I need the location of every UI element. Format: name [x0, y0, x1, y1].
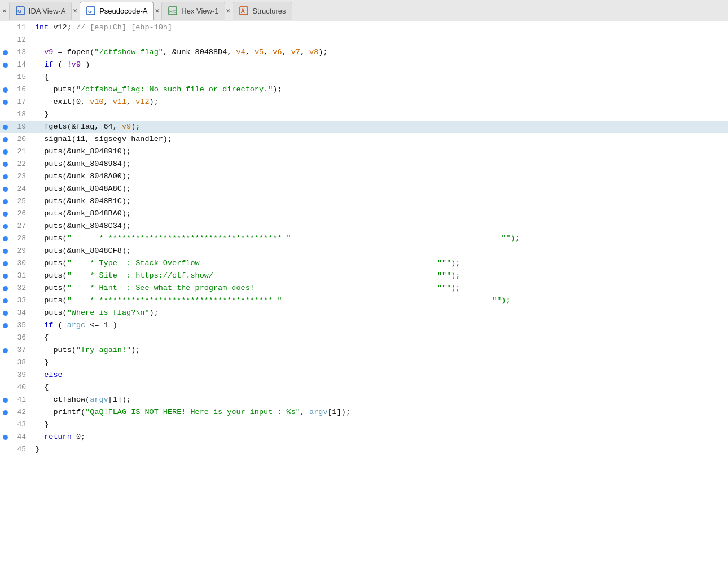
line-dot-14	[0, 63, 10, 68]
svg-text:HX: HX	[169, 9, 176, 14]
line-num-34: 34	[10, 307, 30, 319]
line-code-26: puts(&unk_8048BA0);	[30, 208, 728, 220]
code-line-24: 24 puts(&unk_8048A8C);	[0, 183, 728, 195]
ida-view-icon: G	[15, 6, 25, 16]
close-pseudocode-icon[interactable]: ✕	[73, 6, 77, 15]
line-code-13: v9 = fopen("/ctfshow_flag", &unk_80488D4…	[30, 46, 728, 59]
line-dot-17	[0, 100, 10, 105]
line-code-39: else	[30, 369, 728, 381]
line-num-15: 15	[10, 71, 30, 83]
tab-bar: ✕ G IDA View-A ✕ G Pseudocode-A ✕ HX H	[0, 0, 728, 21]
line-num-18: 18	[10, 108, 30, 121]
code-line-34: 34 puts("Where is flag?\n");	[0, 307, 728, 319]
line-dot-23	[0, 174, 10, 179]
code-line-44: 44 return 0;	[0, 431, 728, 443]
code-line-22: 22 puts(&unk_8048984);	[0, 158, 728, 170]
code-line-37: 37 puts("Try again!");	[0, 344, 728, 356]
code-line-15: 15 {	[0, 71, 728, 83]
line-code-35: if ( argc <= 1 )	[30, 319, 728, 332]
line-code-42: printf("QaQ!FLAG IS NOT HERE! Here is yo…	[30, 406, 728, 419]
line-code-36: {	[30, 332, 728, 344]
line-code-22: puts(&unk_8048984);	[30, 158, 728, 170]
line-code-38: }	[30, 356, 728, 369]
close-hexview-icon[interactable]: ✕	[155, 6, 159, 15]
line-num-35: 35	[10, 319, 30, 332]
line-code-40: {	[30, 381, 728, 394]
line-num-44: 44	[10, 431, 30, 443]
line-dot-34	[0, 311, 10, 316]
line-dot-28	[0, 236, 10, 241]
tab-ida-view-label: IDA View-A	[29, 7, 66, 15]
line-num-31: 31	[10, 270, 30, 282]
line-num-32: 32	[10, 282, 30, 294]
tab-pseudocode[interactable]: G Pseudocode-A	[80, 2, 154, 20]
line-num-36: 36	[10, 332, 30, 344]
code-line-13: 13 v9 = fopen("/ctfshow_flag", &unk_8048…	[0, 46, 728, 59]
line-dot-37	[0, 348, 10, 353]
code-line-14: 14 if ( !v9 )	[0, 59, 728, 71]
tab-hex-view-label: Hex View-1	[181, 7, 218, 15]
line-code-27: puts(&unk_8048C34);	[30, 220, 728, 232]
code-line-21: 21 puts(&unk_8048910);	[0, 146, 728, 158]
code-line-30: 30 puts(" * Type : Stack_Overflow """);	[0, 257, 728, 270]
code-line-29: 29 puts(&unk_8048CF8);	[0, 245, 728, 257]
line-num-40: 40	[10, 381, 30, 394]
line-num-37: 37	[10, 344, 30, 356]
structures-icon: A	[239, 6, 249, 16]
line-num-16: 16	[10, 83, 30, 96]
close-ida-icon[interactable]: ✕	[2, 6, 7, 15]
code-line-18: 18 }	[0, 108, 728, 121]
code-line-23: 23 puts(&unk_8048A00);	[0, 170, 728, 183]
line-code-45: }	[30, 443, 728, 456]
tab-pseudocode-label: Pseudocode-A	[99, 7, 147, 15]
line-code-31: puts(" * Site : https://ctf.show/ """);	[30, 270, 728, 282]
code-line-19: 19 fgets(&flag, 64, v9);	[0, 121, 728, 133]
line-dot-33	[0, 298, 10, 303]
code-line-38: 38 }	[0, 356, 728, 369]
line-dot-31	[0, 274, 10, 279]
code-line-42: 42 printf("QaQ!FLAG IS NOT HERE! Here is…	[0, 406, 728, 419]
code-line-12: 12	[0, 34, 728, 46]
code-line-17: 17 exit(0, v10, v11, v12);	[0, 96, 728, 108]
line-code-16: puts("/ctfshow_flag: No such file or dir…	[30, 83, 728, 96]
line-num-42: 42	[10, 406, 30, 419]
line-code-29: puts(&unk_8048CF8);	[30, 245, 728, 257]
line-num-23: 23	[10, 170, 30, 183]
pseudocode-icon: G	[86, 6, 96, 16]
code-line-28: 28 puts(" * ****************************…	[0, 232, 728, 245]
code-line-25: 25 puts(&unk_8048B1C);	[0, 195, 728, 208]
tab-hex-view[interactable]: HX Hex View-1	[161, 2, 225, 20]
line-num-29: 29	[10, 245, 30, 257]
line-code-44: return 0;	[30, 431, 728, 443]
line-num-27: 27	[10, 220, 30, 232]
line-num-25: 25	[10, 195, 30, 208]
line-num-43: 43	[10, 419, 30, 431]
line-code-21: puts(&unk_8048910);	[30, 146, 728, 158]
line-num-22: 22	[10, 158, 30, 170]
line-code-24: puts(&unk_8048A8C);	[30, 183, 728, 195]
code-line-16: 16 puts("/ctfshow_flag: No such file or …	[0, 83, 728, 96]
tab-ida-view[interactable]: G IDA View-A	[9, 2, 72, 20]
line-num-30: 30	[10, 257, 30, 270]
code-line-40: 40 {	[0, 381, 728, 394]
line-code-15: {	[30, 71, 728, 83]
tab-structures[interactable]: A Structures	[233, 2, 292, 20]
line-dot-41	[0, 398, 10, 403]
line-num-41: 41	[10, 394, 30, 406]
line-dot-24	[0, 187, 10, 192]
line-num-13: 13	[10, 46, 30, 59]
line-num-33: 33	[10, 294, 30, 307]
line-dot-21	[0, 149, 10, 155]
svg-text:A: A	[241, 8, 245, 14]
code-line-35: 35 if ( argc <= 1 )	[0, 319, 728, 332]
line-num-24: 24	[10, 183, 30, 195]
line-dot-29	[0, 249, 10, 254]
line-num-19: 19	[10, 121, 30, 133]
code-line-39: 39 else	[0, 369, 728, 381]
code-line-31: 31 puts(" * Site : https://ctf.show/ """…	[0, 270, 728, 282]
code-line-27: 27 puts(&unk_8048C34);	[0, 220, 728, 232]
line-dot-20	[0, 137, 10, 142]
close-structures-icon[interactable]: ✕	[226, 6, 231, 15]
line-dot-30	[0, 261, 10, 266]
line-dot-13	[0, 50, 10, 55]
